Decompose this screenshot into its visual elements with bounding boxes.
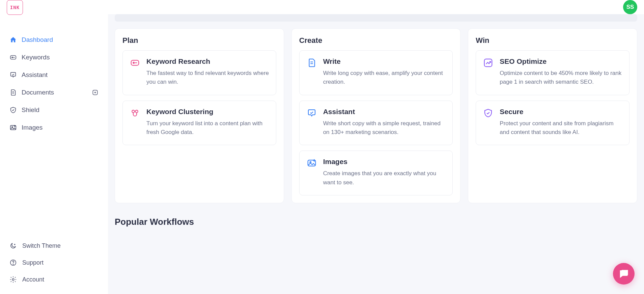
moon-icon [9,242,17,249]
footer-item-label: Switch Theme [22,242,61,249]
popular-workflows-heading: Popular Workflows [115,217,637,227]
panel-plan: Plan Keyword Research The fastest way to… [115,28,284,203]
user-avatar[interactable]: SS [623,0,637,14]
card-keyword-research[interactable]: Keyword Research The fastest way to find… [122,50,276,95]
footer-item-label: Support [22,259,44,266]
assistant-icon [306,108,317,118]
image-plus-icon [306,158,317,168]
svg-point-20 [132,110,135,113]
key-icon [130,57,140,68]
switch-theme-button[interactable]: Switch Theme [7,238,101,253]
image-icon [9,124,17,131]
main-content: SS Plan Keyword Research The fastest way… [108,0,644,294]
sidebar-item-assistant[interactable]: Assistant [7,67,101,83]
svg-point-21 [135,110,138,113]
card-secure[interactable]: Secure Protect your content and site fro… [476,101,629,145]
sidebar-item-label: Images [22,124,43,131]
card-title: Keyword Research [146,57,269,65]
sidebar-item-label: Assistant [22,71,48,79]
card-title: Keyword Clustering [146,108,269,116]
trending-up-icon [483,57,494,68]
sidebar-item-images[interactable]: Images [7,119,101,136]
sidebar-item-label: Keywords [22,54,50,61]
panel-title: Plan [122,36,276,45]
sidebar: INK Dashboard Keywords Assistant [0,0,108,294]
card-images[interactable]: Images Create images that you are exactl… [299,151,453,195]
logo-text: INK [10,5,20,10]
gear-icon [9,276,17,283]
svg-point-18 [133,62,134,63]
sidebar-item-label: Dashboard [22,36,53,44]
topbar: SS [108,0,644,14]
card-title: Images [323,158,446,166]
card-title: SEO Optimize [500,57,622,65]
footer-nav: Switch Theme Support Account [7,238,101,294]
card-seo-optimize[interactable]: SEO Optimize Optimize content to be 450%… [476,50,629,95]
add-document-button[interactable] [92,89,99,96]
key-icon [9,54,17,61]
card-desc: Turn your keyword list into a content pl… [146,119,269,137]
sidebar-item-keywords[interactable]: Keywords [7,49,101,65]
sidebar-item-label: Documents [22,89,54,96]
logo[interactable]: INK [7,0,23,15]
card-write[interactable]: Write Write long copy with ease, amplify… [299,50,453,95]
sidebar-item-documents[interactable]: Documents [7,84,101,101]
panel-title: Win [476,36,629,45]
card-desc: Write short copy with a simple request, … [323,119,446,137]
chat-fab[interactable] [613,263,635,285]
card-desc: Create images that you are exactly what … [323,169,446,187]
shield-icon [9,106,17,114]
card-title: Assistant [323,108,446,116]
sidebar-item-shield[interactable]: Shield [7,102,101,118]
panel-title: Create [299,36,453,45]
card-desc: Write long copy with ease, amplify your … [323,69,446,87]
account-button[interactable]: Account [7,272,101,287]
document-icon [9,89,17,96]
chat-icon [619,269,629,279]
card-desc: Protect your content and site from plagi… [500,119,622,137]
avatar-initials: SS [626,4,634,10]
card-title: Secure [500,108,622,116]
home-icon [9,36,17,44]
card-title: Write [323,57,446,65]
help-icon [9,259,17,266]
panel-win: Win SEO Optimize Optimize content to be … [468,28,637,203]
svg-point-1 [12,57,13,58]
write-icon [306,57,317,68]
assistant-icon [9,71,17,79]
support-button[interactable]: Support [7,255,101,270]
card-keyword-clustering[interactable]: Keyword Clustering Turn your keyword lis… [122,101,276,145]
svg-point-16 [12,278,14,280]
sidebar-item-label: Shield [22,106,39,114]
shield-check-icon [483,108,494,118]
card-assistant[interactable]: Assistant Write short copy with a simple… [299,101,453,145]
svg-point-15 [13,264,13,264]
banner-placeholder [115,14,637,22]
panel-create: Create Write Write long copy with ease, … [291,28,461,203]
card-desc: The fastest way to find relevant keyword… [146,69,269,87]
card-desc: Optimize content to be 450% more likely … [500,69,622,87]
main-nav: Dashboard Keywords Assistant Documents [7,32,101,136]
footer-item-label: Account [22,276,44,283]
cluster-icon [130,108,140,118]
sidebar-item-dashboard[interactable]: Dashboard [7,32,101,48]
